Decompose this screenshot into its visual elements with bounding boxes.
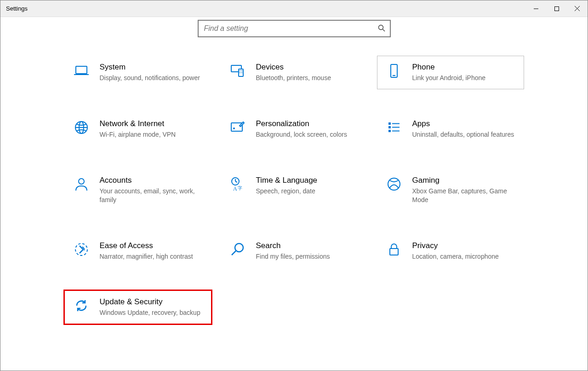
close-button[interactable] [567,0,588,17]
laptop-icon [71,63,91,79]
svg-point-13 [241,72,242,73]
content-area: System Display, sound, notifications, po… [0,17,588,371]
tile-title: Update & Security [100,297,206,307]
phone-icon [384,63,404,79]
tile-text: Devices Bluetooth, printers, mouse [256,63,362,82]
titlebar: Settings [0,0,588,17]
svg-point-4 [378,25,383,29]
tile-subtitle: Narrator, magnifier, high contrast [100,252,206,261]
svg-line-30 [235,181,237,182]
tile-title: Apps [412,119,518,128]
maximize-button[interactable] [546,0,567,17]
sync-icon [71,297,91,314]
search-icon [378,24,385,33]
minimize-icon [534,6,538,11]
svg-point-20 [233,128,235,129]
tile-text: Network & Internet Wi-Fi, airplane mode,… [100,119,206,139]
tile-title: Privacy [412,241,518,250]
tile-title: Phone [412,63,518,72]
tile-title: Accounts [100,176,206,185]
tile-text: Personalization Background, lock screen,… [256,119,362,139]
tile-system[interactable]: System Display, sound, notifications, po… [64,56,211,89]
person-icon [71,176,91,192]
svg-rect-6 [76,66,87,74]
tile-subtitle: Display, sound, notifications, power [100,74,206,82]
empty-cell [221,290,368,324]
tile-accounts[interactable]: Accounts Your accounts, email, sync, wor… [64,169,211,211]
tile-title: Gaming [412,176,518,185]
window-title: Settings [6,5,28,12]
tile-search[interactable]: Search Find my files, permissions [221,234,368,268]
svg-point-11 [241,70,242,71]
svg-rect-37 [390,249,398,255]
tile-subtitle: Your accounts, email, sync, work, family [100,187,206,204]
svg-rect-9 [239,69,243,76]
tile-subtitle: Background, lock screen, colors [256,130,362,139]
categories-grid-wrap: System Display, sound, notifications, po… [64,56,524,324]
tile-text: System Display, sound, notifications, po… [100,63,206,82]
tile-personalization[interactable]: Personalization Background, lock screen,… [221,112,368,146]
tile-title: Time & Language [256,176,362,185]
tile-update-security[interactable]: Update & Security Windows Update, recove… [63,290,212,325]
empty-cell [377,290,524,324]
ease-of-access-icon [71,241,91,258]
tile-text: Search Find my files, permissions [256,241,362,261]
tile-apps[interactable]: Apps Uninstall, defaults, optional featu… [377,112,524,146]
settings-window: Settings [0,0,588,371]
apps-list-icon [384,119,404,136]
tile-subtitle: Speech, region, date [256,187,362,196]
tile-text: Ease of Access Narrator, magnifier, high… [100,241,206,261]
tile-subtitle: Uninstall, defaults, optional features [412,130,518,139]
search-row [198,20,391,37]
tile-title: Personalization [256,119,362,128]
close-icon [575,6,580,11]
svg-rect-23 [388,126,391,128]
tile-text: Update & Security Windows Update, recove… [100,297,206,317]
xbox-icon [384,176,404,192]
tile-title: Devices [256,63,362,72]
svg-point-34 [75,243,87,255]
tile-subtitle: Windows Update, recovery, backup [100,308,206,317]
devices-icon [228,63,248,79]
tile-subtitle: Wi-Fi, airplane mode, VPN [100,130,206,139]
time-language-icon: A字 [228,176,248,192]
tile-title: Ease of Access [100,241,206,250]
search-input[interactable] [203,24,378,33]
tile-subtitle: Link your Android, iPhone [412,74,518,82]
categories-grid: System Display, sound, notifications, po… [64,56,524,324]
minimize-button[interactable] [525,0,546,17]
tile-subtitle: Bluetooth, printers, mouse [256,74,362,82]
tile-subtitle: Find my files, permissions [256,252,362,261]
search-box[interactable] [198,20,391,37]
svg-rect-21 [388,122,391,125]
tile-gaming[interactable]: Gaming Xbox Game Bar, captures, Game Mod… [377,169,524,211]
svg-point-12 [240,72,240,73]
tile-text: Privacy Location, camera, microphone [412,241,518,261]
maximize-icon [554,6,559,11]
svg-point-35 [235,243,243,252]
svg-text:A: A [233,186,237,192]
tile-network[interactable]: Network & Internet Wi-Fi, airplane mode,… [64,112,211,146]
paint-icon [228,119,248,136]
lock-icon [384,241,404,258]
tile-privacy[interactable]: Privacy Location, camera, microphone [377,234,524,268]
svg-text:字: 字 [238,186,242,191]
globe-icon [71,119,91,136]
svg-rect-25 [388,130,391,132]
tile-subtitle: Xbox Game Bar, captures, Game Mode [412,187,518,204]
tile-title: System [100,63,206,72]
tile-time-language[interactable]: A字 Time & Language Speech, region, date [221,169,368,211]
tile-title: Network & Internet [100,119,206,128]
tile-text: Phone Link your Android, iPhone [412,63,518,82]
tile-ease-of-access[interactable]: Ease of Access Narrator, magnifier, high… [64,234,211,268]
svg-rect-1 [554,6,559,11]
tile-phone[interactable]: Phone Link your Android, iPhone [377,56,524,89]
window-controls [525,0,588,17]
svg-line-5 [382,29,385,31]
magnifier-icon [228,241,248,258]
tile-devices[interactable]: Devices Bluetooth, printers, mouse [221,56,368,89]
tile-text: Time & Language Speech, region, date [256,176,362,196]
svg-line-36 [232,251,236,255]
tile-subtitle: Location, camera, microphone [412,252,518,261]
svg-point-27 [79,179,84,184]
